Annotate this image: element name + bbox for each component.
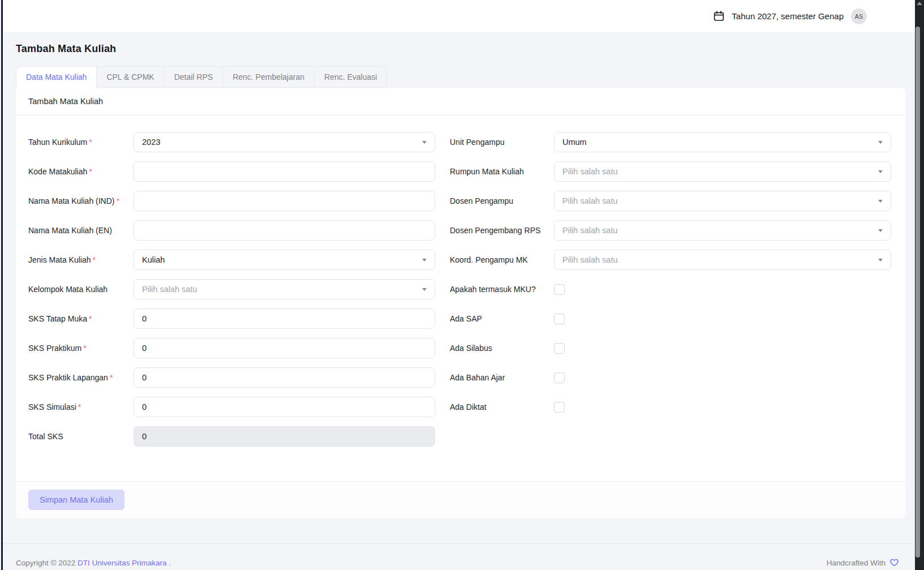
field-label: Dosen Pengampu [450,196,554,205]
scrollbar-thumb[interactable] [916,27,920,558]
form-row-dosen-pengembang-rps: Dosen Pengembang RPSPilih salah satu [450,220,891,241]
tahun-kurikulum-select[interactable]: 2023 [134,132,435,152]
form-row-dosen-pengampu: Dosen PengampuPilih salah satu [450,191,891,211]
form-row-apakah-termasuk-mku: Apakah termasuk MKU? [450,279,891,299]
koord-pengampu-mk-select[interactable]: Pilih salah satu [554,250,891,270]
tab-detail-rps[interactable]: Detail RPS [164,66,223,88]
card-body: Tahun Kurikulum*2023Kode Matakuliah*Nama… [16,115,905,481]
field-label: Unit Pengampu [450,138,554,147]
handcrafted-text: Handcrafted With [827,558,899,568]
chevron-down-icon [878,170,883,173]
required-asterisk: * [89,314,92,323]
field-label: Koord. Pengampu MK [450,255,554,264]
chevron-down-icon [422,141,427,144]
semester-label: Tahun 2027, semester Genap [732,11,844,21]
form-row-nama-mata-kuliah-ind: Nama Mata Kuliah (IND)* [28,191,435,211]
page-title: Tambah Mata Kuliah [16,43,915,55]
chevron-down-icon [878,229,883,232]
selected-value: 2023 [142,138,422,147]
ada-silabus-checkbox[interactable] [554,343,565,354]
tab-data-mata-kuliah[interactable]: Data Mata Kuliah [16,66,97,88]
form-row-total-sks: Total SKS [28,426,435,447]
field-label: Apakah termasuk MKU? [450,285,554,294]
chevron-down-icon [878,200,883,203]
required-asterisk: * [83,344,86,353]
form-row-ada-diktat: Ada Diktat [450,397,891,417]
form-row-rumpun-mata-kuliah: Rumpun Mata KuliahPilih salah satu [450,161,891,182]
form-row-ada-silabus: Ada Silabus [450,338,891,358]
card-footer: Simpan Mata Kuliah [16,481,905,518]
unit-pengampu-select[interactable]: Umum [554,132,891,152]
copyright-link[interactable]: DTI Universitas Primakara [78,559,167,567]
app-window: Tahun 2027, semester Genap AS Tambah Mat… [0,0,924,570]
main-content: Tambah Mata Kuliah Data Mata KuliahCPL &… [3,32,915,518]
form-row-sks-tatap-muka: SKS Tatap Muka* [28,308,435,329]
chevron-down-icon [422,288,427,291]
sks-praktik-lapangan-input[interactable] [134,367,435,388]
field-label: Nama Mata Kuliah (EN) [28,226,134,235]
ada-sap-checkbox[interactable] [554,314,565,324]
form-row-tahun-kurikulum: Tahun Kurikulum*2023 [28,132,435,152]
form-row-unit-pengampu: Unit PengampuUmum [450,132,891,152]
sks-tatap-muka-input[interactable] [134,308,435,329]
scrollbar[interactable] [915,0,924,570]
field-label: SKS Praktikum* [28,344,134,353]
copyright-suffix: . [169,559,171,567]
handcrafted-label: Handcrafted With [827,559,886,567]
field-label: Rumpun Mata Kuliah [450,167,554,176]
sks-simulasi-input[interactable] [134,397,435,417]
chevron-down-icon [878,259,883,262]
avatar[interactable]: AS [851,8,867,24]
top-bar: Tahun 2027, semester Genap AS [3,0,915,32]
tab-renc-evaluasi[interactable]: Renc. Evaluasi [314,66,387,88]
form-row-kode-matakuliah: Kode Matakuliah* [28,161,435,182]
form-row-ada-sap: Ada SAP [450,308,891,329]
field-label: Dosen Pengembang RPS [450,226,554,235]
form-row-sks-simulasi: SKS Simulasi* [28,397,435,417]
ada-diktat-checkbox[interactable] [554,402,565,413]
selected-value: Pilih salah satu [562,167,878,176]
field-label: Ada Silabus [450,344,554,353]
required-asterisk: * [78,402,81,412]
tab-bar: Data Mata KuliahCPL & CPMKDetail RPSRenc… [16,66,915,88]
form-row-koord-pengampu-mk: Koord. Pengampu MKPilih salah satu [450,250,891,270]
tab-cpl-cpmk[interactable]: CPL & CPMK [96,66,164,88]
jenis-mata-kuliah-select[interactable]: Kuliah [134,250,435,270]
save-button[interactable]: Simpan Mata Kuliah [28,490,124,510]
scroll-up-arrow-icon[interactable] [917,2,922,5]
field-label: Ada Bahan Ajar [450,373,554,382]
kode-matakuliah-input[interactable] [134,161,435,182]
ada-bahan-ajar-checkbox[interactable] [554,372,565,383]
nama-mata-kuliah-ind-input[interactable] [134,191,435,211]
card-title: Tambah Mata Kuliah [16,88,905,115]
selected-value: Kuliah [142,255,422,264]
rumpun-mata-kuliah-select[interactable]: Pilih salah satu [554,161,891,182]
field-label: SKS Praktik Lapangan* [28,373,134,382]
total-sks-input [134,426,435,447]
chevron-down-icon [422,259,427,262]
field-label: Kelompok Mata Kuliah [28,285,134,294]
form-column-right: Unit PengampuUmumRumpun Mata KuliahPilih… [450,132,891,456]
form-row-jenis-mata-kuliah: Jenis Mata Kuliah*Kuliah [28,250,435,270]
window-left-edge [1,0,3,570]
required-asterisk: * [93,255,96,264]
sks-praktikum-input[interactable] [134,338,435,358]
selected-value: Umum [562,138,878,147]
kelompok-mata-kuliah-select[interactable]: Pilih salah satu [134,279,435,299]
dosen-pengampu-select[interactable]: Pilih salah satu [554,191,891,211]
dosen-pengembang-rps-select[interactable]: Pilih salah satu [554,220,891,241]
required-asterisk: * [117,196,119,205]
nama-mata-kuliah-en-input[interactable] [134,220,435,241]
copyright-text: Copyright © 2022 DTI Universitas Primaka… [16,559,171,567]
calendar-icon [714,11,724,22]
selected-value: Pilih salah satu [562,226,878,235]
page-footer: Copyright © 2022 DTI Universitas Primaka… [3,543,915,570]
tab-renc-pembelajaran[interactable]: Renc. Pembelajaran [222,66,315,88]
field-label: SKS Simulasi* [28,402,134,412]
apakah-termasuk-mku-checkbox[interactable] [554,284,565,295]
field-label: Ada SAP [450,314,554,323]
required-asterisk: * [110,373,113,382]
field-label: Jenis Mata Kuliah* [28,255,134,264]
selected-value: Pilih salah satu [562,255,878,264]
field-label: Ada Diktat [450,402,554,412]
